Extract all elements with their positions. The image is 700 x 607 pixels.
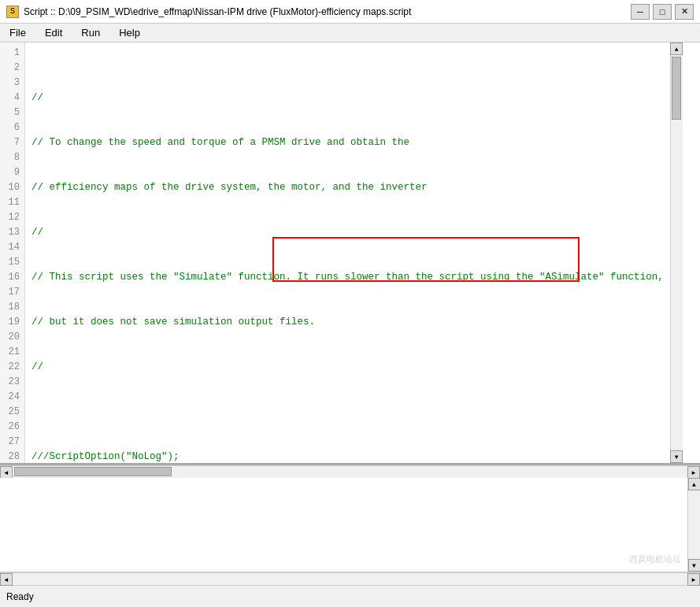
scroll-h-thumb[interactable] <box>14 467 172 476</box>
bottom-scroll-up[interactable]: ▲ <box>688 478 701 490</box>
scroll-up-arrow[interactable]: ▲ <box>670 43 683 55</box>
code-container: 1 2 3 4 5 6 7 8 9 10 11 12 13 14 15 16 1… <box>0 43 670 463</box>
window-controls: ─ □ ✕ <box>631 4 694 20</box>
editor-scrollbar-v[interactable]: ▲ ▼ <box>670 43 683 463</box>
bottom-scroll-h-track[interactable] <box>13 573 687 585</box>
menu-run[interactable]: Run <box>78 26 103 39</box>
menu-bar: File Edit Run Help <box>0 24 700 43</box>
bottom-scrollbar-h[interactable]: ◄ ► <box>0 572 700 585</box>
title-bar-left: S Script :: D:\09_PSIM_WD\edrive_effmap\… <box>6 6 411 18</box>
menu-edit[interactable]: Edit <box>42 26 65 39</box>
title-bar: S Script :: D:\09_PSIM_WD\edrive_effmap\… <box>0 0 700 24</box>
status-text: Ready <box>6 591 34 602</box>
editor-bottom-pane[interactable]: 西莫电机论坛 ▲ ▼ <box>0 478 700 572</box>
minimize-button[interactable]: ─ <box>631 4 650 20</box>
scroll-right-arrow[interactable]: ► <box>687 466 700 479</box>
code-editor[interactable]: // // To change the speed and torque of … <box>25 43 670 463</box>
editor-top-pane[interactable]: 1 2 3 4 5 6 7 8 9 10 11 12 13 14 15 16 1… <box>0 43 700 465</box>
bottom-scroll-left[interactable]: ◄ <box>0 573 13 586</box>
menu-help[interactable]: Help <box>116 26 143 39</box>
scroll-left-arrow[interactable]: ◄ <box>0 466 13 479</box>
bottom-scroll-right[interactable]: ► <box>687 573 700 586</box>
line-numbers: 1 2 3 4 5 6 7 8 9 10 11 12 13 14 15 16 1… <box>0 43 25 463</box>
close-button[interactable]: ✕ <box>675 4 694 20</box>
window-title: Script :: D:\09_PSIM_WD\edrive_effmap\Ni… <box>24 6 411 17</box>
bottom-scroll-down[interactable]: ▼ <box>688 559 701 572</box>
menu-file[interactable]: File <box>6 26 29 39</box>
app-icon: S <box>6 6 19 18</box>
watermark: 西莫电机论坛 <box>629 553 681 565</box>
status-bar: Ready <box>0 585 700 607</box>
bottom-scrollbar-v[interactable]: ▲ ▼ <box>687 478 700 572</box>
editor-scrollbar-h[interactable]: ◄ ► <box>0 465 700 478</box>
main-area: 1 2 3 4 5 6 7 8 9 10 11 12 13 14 15 16 1… <box>0 43 700 585</box>
scroll-h-track[interactable] <box>13 466 687 478</box>
scroll-thumb[interactable] <box>672 57 681 120</box>
maximize-button[interactable]: □ <box>653 4 672 20</box>
scroll-down-arrow[interactable]: ▼ <box>670 450 683 463</box>
